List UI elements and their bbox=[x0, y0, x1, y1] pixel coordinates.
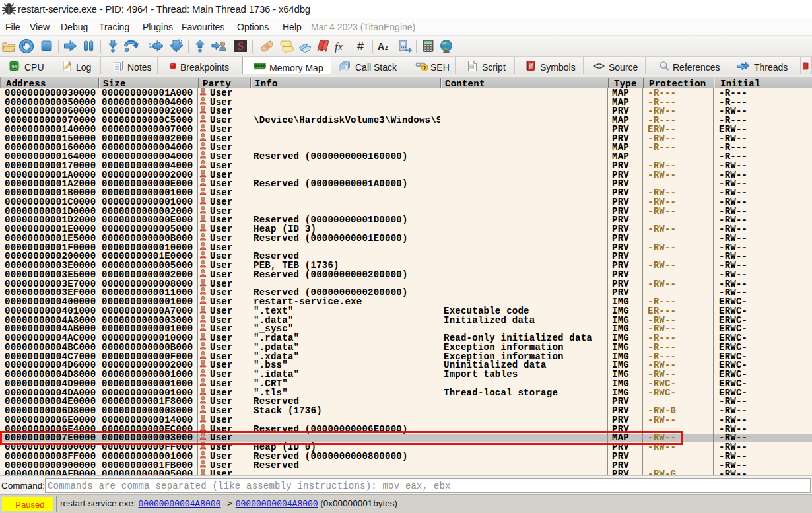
svg-text:@: @ bbox=[529, 63, 533, 70]
svg-text:<>: <> bbox=[593, 61, 605, 71]
svg-text:<>: <> bbox=[469, 65, 474, 69]
svg-text:A: A bbox=[378, 41, 384, 51]
svg-text:fx: fx bbox=[335, 40, 343, 53]
svg-text:z: z bbox=[385, 44, 388, 51]
svg-text:?: ? bbox=[423, 64, 426, 71]
svg-text:#: # bbox=[357, 40, 364, 53]
svg-text:S: S bbox=[238, 40, 244, 51]
svg-text:64: 64 bbox=[12, 63, 17, 68]
